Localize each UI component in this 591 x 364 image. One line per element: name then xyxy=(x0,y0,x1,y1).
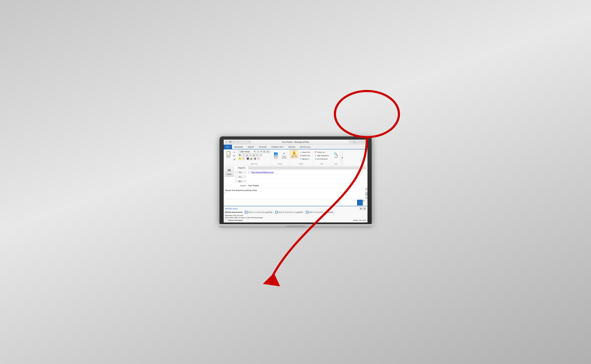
high-importance-button[interactable]: ❗ High Importance xyxy=(314,154,330,157)
cut-button[interactable]: ✂ xyxy=(233,151,236,154)
to-input[interactable] xyxy=(251,170,367,174)
from-arrow-icon: ▼ xyxy=(243,167,245,169)
copy-button[interactable]: ⎘ xyxy=(233,154,236,157)
paste-button[interactable]: 📋 Paste xyxy=(225,150,232,158)
help-btn[interactable]: ? xyxy=(349,141,352,144)
down-btn[interactable]: ↓ xyxy=(244,141,247,144)
screen-bezel: ⊟ 💾 ↩ ↪ ↑ ↓ ▾ Your Posters - Message (HT… xyxy=(220,136,372,224)
bcc-row: Bcc... xyxy=(235,179,368,183)
undo-btn[interactable]: ↩ xyxy=(233,141,236,144)
tab-format-text[interactable]: FORMAT TEXT xyxy=(269,145,286,150)
tab-moveit-send[interactable]: MOVEit Send xyxy=(298,145,313,150)
maximize-btn[interactable]: □ xyxy=(360,141,363,144)
file-name-3: 2016-07-28 at 09-02-19.png(46KB) xyxy=(309,211,334,213)
bcc-btn[interactable]: Bcc... xyxy=(235,180,246,182)
highlight-btn[interactable]: A xyxy=(238,157,242,160)
bcc-label: Bcc... xyxy=(235,180,248,182)
collapse-icon: ▲ xyxy=(342,157,343,158)
ribbon-group-tags: 🚩 Follow Up ▾ ❗ High Importance ⬇ Low Im… xyxy=(313,150,331,165)
align-right-btn[interactable]: ▐ xyxy=(253,157,256,160)
basic-text-group-title: Basic Text xyxy=(251,163,257,165)
address-book-label: Address Book xyxy=(272,156,280,159)
window-titlebar: ⊟ 💾 ↩ ↪ ↑ ↓ ▾ Your Posters - Message (HT… xyxy=(224,140,368,145)
moveit-close-btn[interactable]: ✕ xyxy=(363,207,366,210)
attach-item-button[interactable]: 📌 Attach Item xyxy=(299,154,312,157)
send-button[interactable]: ✉ Send xyxy=(225,167,234,177)
zoom-icon: 🔍 xyxy=(334,153,338,156)
names-group-title: Names xyxy=(278,163,282,165)
check-names-button[interactable]: ✓ Check Names xyxy=(280,151,288,159)
ribbon-content: 📋 Paste ✂ ⎘ 🖌 Clipboard Calibri (Body) xyxy=(224,150,368,166)
moveit-file-3[interactable]: img 2016-07-28 at 09-02-19.png(46KB) xyxy=(305,211,335,214)
ribbon-toggle-btn[interactable]: ⊞ xyxy=(353,141,356,144)
moveit-expiry-text: Files expire after 14 days or after 999 … xyxy=(225,217,366,219)
styles-btn[interactable]: S xyxy=(257,157,260,160)
tab-review[interactable]: REVIEW xyxy=(286,145,297,150)
address-book-icon: 👥 xyxy=(274,152,278,155)
tab-insert[interactable]: INSERT xyxy=(245,145,256,150)
increase-indent-btn[interactable]: ⇥ xyxy=(259,154,262,157)
low-importance-button[interactable]: ⬇ Low Importance xyxy=(314,157,330,161)
high-importance-icon: ❗ xyxy=(315,155,316,156)
body-scrollbar[interactable]: ▲ ▼ xyxy=(365,188,368,199)
file-thumb-2: img xyxy=(275,211,278,214)
quick-access-save[interactable]: 💾 xyxy=(229,141,232,144)
moveit-minimize-btn[interactable]: ▼ xyxy=(360,207,363,210)
to-btn[interactable]: To... xyxy=(235,171,246,174)
font-color-btn[interactable]: A xyxy=(242,157,245,160)
attach-item-icon: 📌 xyxy=(300,155,302,156)
paste-label: Paste xyxy=(226,156,230,158)
scroll-thumb[interactable] xyxy=(365,192,367,195)
up-btn[interactable]: ↑ xyxy=(240,141,243,144)
zoom-button[interactable]: 🔍 Zoom xyxy=(332,151,340,159)
cursor-line xyxy=(225,192,225,194)
numbering-btn[interactable]: 1≡ xyxy=(252,154,255,157)
mail-area: ✉ Send From ▼ xyxy=(224,166,368,188)
font-family-select[interactable]: Calibri (Body) xyxy=(238,150,256,153)
minimize-btn[interactable]: — xyxy=(356,141,359,144)
font-shrink-btn[interactable]: A↓ xyxy=(267,150,270,153)
attach-file-button[interactable]: 📎 Attach File xyxy=(299,151,312,154)
tags-group-title: Tags xyxy=(320,163,323,165)
delivery-checkbox[interactable] xyxy=(225,219,227,221)
font-size-select[interactable]: 11 xyxy=(256,150,263,153)
font-row: Calibri (Body) 11 A↑ A↓ xyxy=(238,150,270,153)
tab-options[interactable]: OPTIONS xyxy=(256,145,269,150)
follow-up-button[interactable]: 🚩 Follow Up ▾ xyxy=(314,151,330,154)
more-btn[interactable]: ▾ xyxy=(248,141,251,144)
font-grow-btn[interactable]: A↑ xyxy=(263,150,266,153)
format-painter-button[interactable]: 🖌 xyxy=(233,158,236,161)
tab-file[interactable]: FILE xyxy=(224,145,232,150)
bcc-input[interactable] xyxy=(248,179,368,183)
moveit-file-2[interactable]: img 2016-07-28 at 09-01-57.png(46KB) xyxy=(274,211,304,214)
to-checkbox[interactable] xyxy=(248,171,250,173)
zoom-buttons: 🔍 Zoom xyxy=(332,150,340,163)
scroll-down-arrow[interactable]: ▼ xyxy=(365,197,368,199)
italic-btn[interactable]: I xyxy=(242,154,245,157)
bold-btn[interactable]: B xyxy=(238,154,242,157)
subject-input[interactable] xyxy=(248,184,368,188)
align-left-btn[interactable]: ⬛ xyxy=(246,157,249,160)
ribbon-collapse-btn[interactable]: ▲ xyxy=(341,150,343,165)
laptop-base xyxy=(218,224,373,228)
moveit-file-1[interactable]: img 2016-07-12 at 09-33-55.png(52KB) xyxy=(244,211,274,214)
area-scroll-up[interactable]: ▲ xyxy=(363,200,365,202)
redo-btn[interactable]: ↪ xyxy=(236,141,240,144)
mail-body[interactable]: Please find attached publicity shots xyxy=(224,188,365,199)
signature-button[interactable]: ✒ Signature ▾ xyxy=(299,157,312,161)
align-center-btn[interactable]: ▬ xyxy=(250,157,253,160)
close-btn[interactable]: ✕ xyxy=(363,141,366,144)
from-dropdown-btn[interactable]: From ▼ xyxy=(237,167,246,169)
cc-row: Cc... xyxy=(235,175,368,179)
moveit-attach-file-button[interactable]: 🔒 MOVEitAttach File xyxy=(290,150,298,158)
avatar-button[interactable]: 👤 xyxy=(357,200,363,205)
cc-btn[interactable]: Cc... xyxy=(235,176,246,178)
address-book-button[interactable]: 👥 Address Book xyxy=(272,151,280,159)
scroll-up-arrow[interactable]: ▲ xyxy=(365,188,368,190)
cc-input[interactable] xyxy=(248,175,368,179)
tab-message[interactable]: MESSAGE xyxy=(232,145,245,150)
file-thumb-inner-1: img xyxy=(245,211,247,213)
underline-btn[interactable]: U xyxy=(245,154,248,157)
decrease-indent-btn[interactable]: ⇤ xyxy=(256,154,259,157)
bullets-btn[interactable]: ≡ xyxy=(249,154,252,157)
